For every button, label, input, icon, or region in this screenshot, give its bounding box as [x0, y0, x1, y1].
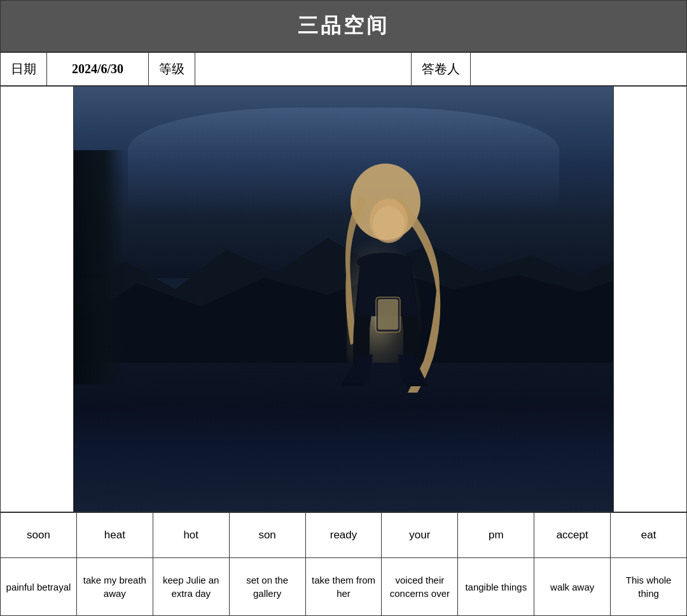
right-margin: [613, 87, 686, 512]
phrase-cell-1: take my breath away: [77, 558, 153, 615]
word-cell-4: ready: [306, 513, 382, 557]
phrase-cell-0: painful betrayal: [1, 558, 77, 615]
photo: [74, 87, 613, 512]
main-image: [74, 87, 613, 512]
page-header: 三品空间: [1, 1, 686, 52]
date-label: 日期: [1, 53, 47, 85]
page-wrapper: 三品空间 日期 2024/6/30 等级 答卷人: [0, 0, 687, 616]
grade-value[interactable]: [195, 53, 412, 85]
image-section: [1, 87, 686, 513]
word-cell-5: your: [382, 513, 458, 557]
svg-rect-7: [378, 299, 398, 330]
svg-point-5: [373, 206, 405, 242]
phrase-cell-2: keep Julie an extra day: [153, 558, 230, 615]
phrase-cell-3: set on the gallery: [230, 558, 306, 615]
word-cell-0: soon: [1, 513, 77, 557]
word-cell-8: eat: [611, 513, 686, 557]
grade-label: 等级: [149, 53, 195, 85]
respondent-value[interactable]: [471, 53, 686, 85]
word-cell-1: heat: [77, 513, 153, 557]
word-cell-2: hot: [153, 513, 230, 557]
word-cell-7: accept: [534, 513, 611, 557]
respondent-label: 答卷人: [412, 53, 471, 85]
header-title: 三品空间: [298, 14, 389, 37]
phrase-cell-7: walk away: [534, 558, 611, 615]
words-row: soon heat hot son ready your pm accept e…: [1, 513, 686, 558]
tree: [74, 150, 125, 384]
person: [316, 164, 455, 393]
meta-row: 日期 2024/6/30 等级 答卷人: [1, 52, 686, 87]
phrases-row: painful betrayal take my breath away kee…: [1, 558, 686, 615]
phrase-cell-5: voiced their concerns over: [382, 558, 458, 615]
word-cell-3: son: [230, 513, 306, 557]
phrase-cell-4: take them from her: [306, 558, 382, 615]
phrase-cell-6: tangible things: [458, 558, 534, 615]
left-margin: [1, 87, 74, 512]
svg-point-4: [357, 253, 414, 272]
date-value[interactable]: 2024/6/30: [47, 53, 149, 85]
phrase-cell-8: This whole thing: [611, 558, 686, 615]
word-cell-6: pm: [458, 513, 534, 557]
